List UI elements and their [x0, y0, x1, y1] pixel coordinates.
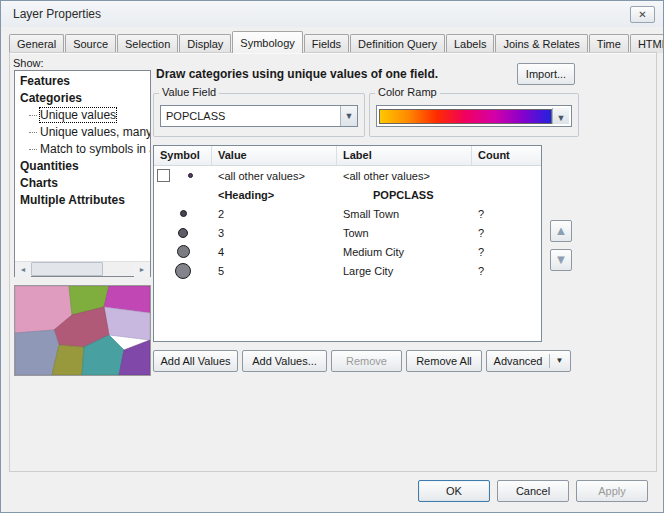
table-row[interactable]: 3 Town ?	[154, 223, 541, 242]
value-field-group: Value Field POPCLASS ▼	[153, 93, 365, 137]
cancel-button[interactable]: Cancel	[497, 480, 569, 502]
table-row[interactable]: 2 Small Town ?	[154, 204, 541, 223]
row-label: Medium City	[337, 246, 472, 258]
row-value: 2	[212, 208, 337, 220]
layer-properties-dialog: Layer Properties ✕ General Source Select…	[0, 0, 664, 513]
row-count: ?	[472, 208, 538, 220]
table-row[interactable]: <Heading> POPCLASS	[154, 185, 541, 204]
up-arrow-icon: ▲	[555, 223, 568, 238]
row-label: <all other values>	[337, 170, 472, 182]
table-row[interactable]: 5 Large City ?	[154, 261, 541, 280]
advanced-label: Advanced	[494, 351, 543, 371]
value-field-label: Value Field	[159, 86, 219, 98]
close-button[interactable]: ✕	[630, 6, 655, 23]
down-arrow-icon: ▼	[555, 252, 568, 267]
show-label: Show:	[13, 57, 44, 69]
value-field-selected: POPCLASS	[161, 110, 340, 122]
move-down-button[interactable]: ▼	[550, 249, 572, 271]
tab-display[interactable]: Display	[179, 34, 231, 53]
advanced-dropdown-icon[interactable]: ▼	[549, 354, 564, 368]
chevron-down-icon[interactable]: ▼	[552, 108, 569, 124]
point-symbol-icon[interactable]	[180, 210, 187, 217]
color-ramp-group: Color Ramp ▼	[369, 93, 579, 137]
row-value: 3	[212, 227, 337, 239]
row-value: <Heading>	[212, 189, 337, 201]
row-count: ?	[472, 246, 538, 258]
row-value: 5	[212, 265, 337, 277]
symbology-map-preview	[14, 285, 151, 376]
ok-button[interactable]: OK	[418, 480, 490, 502]
tree-item-match-symbols[interactable]: Match to symbols in a	[15, 141, 150, 158]
tree-item-categories[interactable]: Categories	[15, 90, 150, 107]
tree-item-multiple-attributes[interactable]: Multiple Attributes	[15, 192, 150, 209]
tab-general[interactable]: General	[9, 34, 64, 53]
row-value: <all other values>	[212, 170, 337, 182]
scrollbar-thumb[interactable]	[31, 262, 103, 276]
panel-description: Draw categories using unique values of o…	[156, 67, 438, 81]
header-value[interactable]: Value	[212, 146, 337, 165]
color-ramp-swatch	[379, 109, 552, 124]
title-bar[interactable]: Layer Properties ✕	[1, 1, 663, 27]
tab-html-popup[interactable]: HTML Popup	[630, 34, 664, 53]
point-symbol-icon[interactable]	[178, 228, 188, 238]
color-ramp-label: Color Ramp	[375, 86, 440, 98]
window-title: Layer Properties	[13, 7, 101, 21]
tree-item-quantities[interactable]: Quantities	[15, 158, 150, 175]
tree-item-unique-values-many[interactable]: Unique values, many	[15, 124, 150, 141]
tree-item-features[interactable]: Features	[15, 73, 150, 90]
row-count: ?	[472, 265, 538, 277]
tab-strip: General Source Selection Display Symbolo…	[9, 33, 664, 53]
all-other-values-checkbox[interactable]	[157, 169, 170, 182]
unique-values-table: Symbol Value Label Count <all other valu…	[153, 145, 542, 342]
value-field-dropdown[interactable]: POPCLASS ▼	[160, 105, 358, 127]
add-all-values-button[interactable]: Add All Values	[153, 350, 238, 372]
show-tree: Features Categories Unique values Unique…	[14, 70, 151, 277]
point-symbol-icon[interactable]	[188, 173, 193, 178]
map-preview-image	[15, 286, 150, 375]
row-label: Large City	[337, 265, 472, 277]
tree-connector	[29, 115, 37, 116]
tab-fields[interactable]: Fields	[304, 34, 349, 53]
remove-button[interactable]: Remove	[331, 350, 402, 372]
tab-definition-query[interactable]: Definition Query	[350, 34, 445, 53]
table-header-row: Symbol Value Label Count	[154, 146, 541, 166]
header-count[interactable]: Count	[472, 146, 538, 165]
close-icon: ✕	[638, 9, 646, 20]
scroll-right-icon[interactable]: ►	[134, 262, 150, 277]
tree-item-unique-values[interactable]: Unique values	[15, 107, 150, 124]
tree-connector	[29, 132, 37, 133]
tab-source[interactable]: Source	[65, 34, 116, 53]
table-row[interactable]: <all other values> <all other values>	[154, 166, 541, 185]
remove-all-button[interactable]: Remove All	[406, 350, 482, 372]
color-ramp-dropdown[interactable]: ▼	[376, 105, 572, 127]
chevron-down-icon[interactable]: ▼	[340, 106, 357, 126]
row-label: Small Town	[337, 208, 472, 220]
point-symbol-icon[interactable]	[177, 245, 190, 258]
tree-connector	[29, 149, 37, 150]
row-label: POPCLASS	[337, 189, 472, 201]
point-symbol-icon[interactable]	[175, 263, 191, 279]
move-up-button[interactable]: ▲	[550, 220, 572, 242]
tab-selection[interactable]: Selection	[117, 34, 178, 53]
tab-time[interactable]: Time	[589, 34, 629, 53]
tab-joins-relates[interactable]: Joins & Relates	[495, 34, 587, 53]
row-label: Town	[337, 227, 472, 239]
tab-symbology[interactable]: Symbology	[232, 31, 302, 53]
import-button[interactable]: Import...	[517, 63, 575, 85]
tab-labels[interactable]: Labels	[446, 34, 494, 53]
header-symbol[interactable]: Symbol	[154, 146, 212, 165]
advanced-button[interactable]: Advanced ▼	[486, 350, 571, 372]
tree-item-charts[interactable]: Charts	[15, 175, 150, 192]
row-count: ?	[472, 227, 538, 239]
add-values-button[interactable]: Add Values...	[242, 350, 327, 372]
header-label[interactable]: Label	[337, 146, 472, 165]
table-row[interactable]: 4 Medium City ?	[154, 242, 541, 261]
row-value: 4	[212, 246, 337, 258]
apply-button[interactable]: Apply	[576, 480, 648, 502]
scroll-left-icon[interactable]: ◄	[15, 262, 31, 277]
tree-horizontal-scrollbar[interactable]: ◄ ►	[15, 261, 150, 276]
